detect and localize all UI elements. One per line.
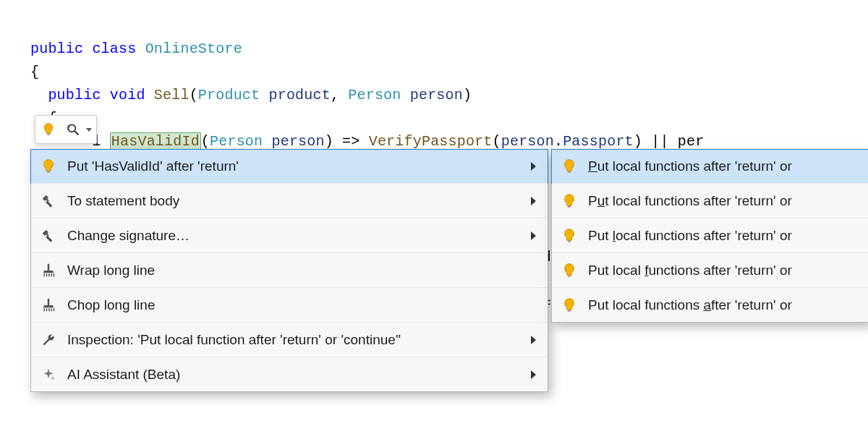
svg-rect-23 <box>568 240 571 242</box>
menu-item[interactable]: To statement body <box>31 183 548 218</box>
code-tail: ) || per <box>634 133 705 150</box>
submenu-item-label: Put local functions after 'return' or <box>588 228 860 244</box>
broom-icon <box>40 262 57 279</box>
svg-rect-15 <box>48 298 50 305</box>
svg-rect-7 <box>46 200 52 207</box>
submenu-item[interactable]: Put local functions after 'return' or <box>552 218 868 252</box>
hammer-icon <box>40 227 57 244</box>
svg-rect-21 <box>568 171 571 173</box>
svg-rect-8 <box>46 235 52 242</box>
svg-rect-0 <box>47 134 50 135</box>
type-name: Person <box>210 133 263 150</box>
menu-item[interactable]: Change signature… <box>31 218 548 252</box>
svg-point-1 <box>68 124 75 132</box>
menu-item[interactable]: Put 'HasValidId' after 'return' <box>30 149 548 184</box>
keyword: public <box>48 87 101 103</box>
brace: { <box>30 64 39 80</box>
bulb-icon <box>561 192 578 210</box>
submenu-item-label: Put local functions after 'return' or <box>588 297 860 313</box>
svg-rect-24 <box>568 275 571 276</box>
param: person <box>410 87 463 103</box>
svg-rect-22 <box>568 205 571 207</box>
menu-item-label: Inspection: 'Put local function after 'r… <box>67 332 521 348</box>
lambda-arrow: => <box>333 133 369 150</box>
sparkle-icon <box>40 366 57 383</box>
highlighted-identifier: HasValidId <box>110 132 201 150</box>
menu-item-label: Change signature… <box>67 228 521 244</box>
submenu-arrow-icon <box>531 162 536 171</box>
quick-actions-submenu: Put local functions after 'return' or Pu… <box>551 149 868 323</box>
submenu-item[interactable]: Put local functions after 'return' or <box>552 287 868 322</box>
submenu-item-label: Put local functions after 'return' or <box>588 158 860 174</box>
keyword: void <box>110 87 145 103</box>
keyword: class <box>92 41 136 57</box>
submenu-arrow-icon <box>531 370 536 379</box>
quick-actions-menu: Put 'HasValidId' after 'return'To statem… <box>30 149 548 392</box>
bulb-icon <box>561 262 578 279</box>
menu-item-label: To statement body <box>67 193 521 209</box>
submenu-item[interactable]: Put local functions after 'return' or <box>552 183 868 218</box>
menu-item[interactable]: AI Assistant (Beta) <box>31 357 548 391</box>
menu-item[interactable]: Chop long line <box>31 287 548 322</box>
menu-item-label: Chop long line <box>67 297 539 313</box>
param: person <box>501 133 554 150</box>
property: Passport <box>563 133 634 150</box>
submenu-item-label: Put local functions after 'return' or <box>588 193 860 209</box>
submenu-item-label: Put local functions after 'return' or <box>588 263 860 278</box>
type-name: OnlineStore <box>145 41 242 57</box>
keyword: public <box>30 41 83 57</box>
svg-rect-6 <box>47 171 51 173</box>
method-name: Sell <box>154 87 190 103</box>
submenu-item[interactable]: Put local functions after 'return' or <box>551 149 868 184</box>
param: product <box>268 87 330 103</box>
menu-item-label: Put 'HasValidId' after 'return' <box>67 158 521 174</box>
magnifier-icon <box>64 121 82 138</box>
bulb-icon <box>561 227 578 244</box>
menu-item[interactable]: Inspection: 'Put local function after 'r… <box>31 322 548 357</box>
bulb-icon <box>561 297 578 314</box>
submenu-arrow-icon <box>531 336 536 344</box>
param: person <box>271 133 324 150</box>
lightbulb-icon <box>40 121 57 138</box>
svg-rect-9 <box>48 263 50 270</box>
type-name: Product <box>198 87 260 103</box>
wrench-icon <box>40 331 57 349</box>
method-call: VerifyPassport <box>369 133 493 150</box>
submenu-item[interactable]: Put local functions after 'return' or <box>552 252 868 287</box>
hammer-icon <box>40 192 57 210</box>
menu-item[interactable]: Wrap long line <box>31 252 548 287</box>
type-name: Person <box>348 87 401 103</box>
bulb-icon <box>561 158 578 175</box>
menu-item-label: Wrap long line <box>67 263 539 278</box>
menu-item-label: AI Assistant (Beta) <box>67 367 521 383</box>
svg-line-2 <box>75 132 79 135</box>
submenu-arrow-icon <box>531 197 536 205</box>
quick-actions-button[interactable] <box>35 115 97 144</box>
svg-rect-25 <box>568 310 571 311</box>
bulb-icon <box>40 158 57 175</box>
submenu-arrow-icon <box>531 231 536 240</box>
broom-icon <box>40 297 57 314</box>
